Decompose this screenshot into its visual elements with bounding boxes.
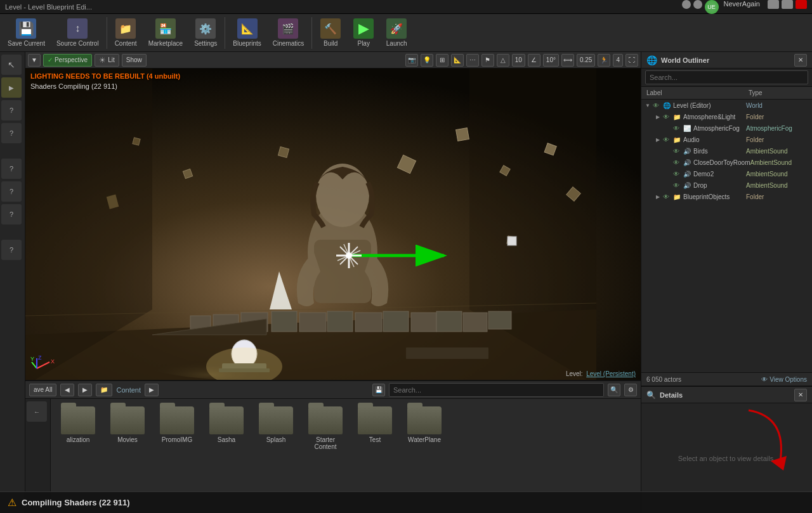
source-control-btn[interactable]: ↕ Source Control [51, 16, 104, 49]
minimize-btn[interactable] [682, 0, 691, 9]
content-nav-btn[interactable]: ← [27, 401, 47, 422]
sidebar-q3-btn[interactable]: ? [1, 159, 22, 179]
play-btn[interactable]: ▶ Play [348, 16, 379, 49]
svg-rect-22 [411, 313, 436, 332]
vp-scale-icon[interactable]: ⟺ [561, 54, 574, 67]
tree-eye-8[interactable]: 👁 [662, 192, 671, 201]
sidebar-q4-btn[interactable]: ? [1, 181, 22, 202]
tree-eye-2[interactable]: 👁 [672, 124, 681, 133]
viewport-container[interactable]: LIGHTING NEEDS TO BE REBUILT (4 unbuilt)… [25, 68, 641, 380]
vp-fullscreen-btn[interactable]: ⛶ [625, 54, 638, 67]
outliner-close-btn[interactable]: ✕ [794, 54, 807, 67]
tree-eye-5[interactable]: 👁 [672, 158, 681, 167]
vp-more-btn[interactable]: ⋯ [466, 54, 479, 67]
settings-btn[interactable]: ⚙️ Settings [189, 16, 222, 49]
vp-lit-icon-btn[interactable]: 💡 [421, 54, 433, 67]
maximize-btn[interactable] [693, 0, 702, 9]
content-back-btn[interactable]: ◀ [60, 384, 74, 396]
content-btn[interactable]: 📁 Content [110, 16, 142, 49]
perspective-btn[interactable]: ✓ Perspective [43, 54, 92, 67]
outliner-search-input[interactable] [645, 70, 808, 84]
tree-toggle-0[interactable]: ▼ [644, 101, 652, 109]
tree-item-4[interactable]: 👁 🔊 Birds AmbientSound [641, 145, 812, 157]
details-title: Details [660, 391, 794, 399]
col-label-header[interactable]: Label [644, 89, 746, 96]
sidebar-mode-btn[interactable]: ▶ [1, 77, 22, 98]
save-current-btn[interactable]: 💾 Save Current [3, 16, 50, 49]
tree-eye-1[interactable]: 👁 [662, 112, 671, 121]
tree-toggle-4[interactable] [664, 147, 672, 155]
sidebar-q2-btn[interactable]: ? [1, 123, 22, 143]
tree-toggle-5[interactable] [664, 159, 672, 166]
tree-item-3[interactable]: ▶ 👁 📁 Audio Folder [641, 134, 812, 145]
outliner-tree[interactable]: ▼ 👁 🌐 Level (Editor) World ▶ 👁 📁 Atmosph… [641, 100, 812, 372]
col-type-header[interactable]: Type [746, 89, 809, 96]
vp-surface-btn[interactable]: △ [497, 54, 509, 67]
launch-btn[interactable]: 🚀 Launch [381, 16, 412, 49]
sidebar-q1-btn[interactable]: ? [1, 100, 22, 120]
vp-grid-btn[interactable]: ⊞ [436, 54, 449, 67]
tree-toggle-6[interactable] [664, 170, 672, 178]
content-source-btn[interactable]: 📁 [96, 384, 112, 396]
settings-label: Settings [194, 40, 217, 47]
tree-toggle-7[interactable] [664, 181, 672, 189]
lit-btn[interactable]: ☀ Lit [95, 54, 119, 67]
vp-angle-icon[interactable]: ∠ [528, 54, 540, 67]
sidebar-select-btn[interactable]: ↖ [1, 55, 22, 75]
tree-type-7: AmbientSound [746, 182, 809, 189]
center-area: ▼ ✓ Perspective ☀ Lit Show 📷 💡 ⊞ 📐 ⋯ ⚑ △… [25, 52, 641, 513]
svg-point-46 [346, 252, 352, 259]
content-filter-btn[interactable]: 🔍 [608, 384, 620, 396]
content-search-input[interactable] [389, 383, 604, 397]
tree-eye-7[interactable]: 👁 [672, 181, 681, 190]
content-save-icon-btn[interactable]: 💾 [372, 384, 385, 396]
left-sidebar: ↖ ▶ ? ? ? ? ? ? [0, 52, 25, 513]
blueprints-btn[interactable]: 📐 Blueprints [228, 16, 266, 49]
vp-flag-btn[interactable]: ⚑ [481, 54, 494, 67]
tree-eye-6[interactable]: 👁 [672, 169, 681, 178]
status-warning-icon: ⚠ [8, 497, 16, 509]
tree-eye-4[interactable]: 👁 [672, 146, 681, 155]
folder-label-movies: Movies [117, 436, 138, 443]
tree-item-7[interactable]: 👁 🔊 Drop AmbientSound [641, 179, 812, 191]
build-btn[interactable]: 🔨 Build [315, 16, 346, 49]
tree-toggle-1[interactable]: ▶ [654, 113, 662, 120]
show-btn[interactable]: Show [122, 54, 147, 67]
blueprints-label: Blueprints [233, 40, 261, 47]
content-settings-btn[interactable]: ⚙ [624, 384, 637, 396]
win-min-btn[interactable] [768, 0, 779, 9]
cinematics-btn[interactable]: 🎬 Cinematics [268, 16, 309, 49]
marketplace-btn[interactable]: 🏪 Marketplace [143, 16, 188, 49]
folder-icon-promoimgs [160, 406, 194, 434]
view-options-btn[interactable]: 👁 View Options [761, 376, 807, 383]
vp-cam-speed-icon[interactable]: 🏃 [598, 54, 610, 67]
tree-item-0[interactable]: ▼ 👁 🌐 Level (Editor) World [641, 100, 812, 111]
tree-item-2[interactable]: 👁 🌫️ AtmosphericFog AtmosphericFog [641, 122, 812, 134]
perspective-label: Perspective [55, 56, 88, 63]
sidebar-q6-btn[interactable]: ? [1, 240, 22, 260]
vp-snap-btn[interactable]: 📐 [451, 54, 464, 67]
win-max-btn[interactable] [782, 0, 793, 9]
vp-grid-value: 10 [512, 54, 525, 67]
tree-item-8[interactable]: ▶ 👁 📁 BlueprintObjects Folder [641, 191, 812, 202]
sidebar-q5-btn[interactable]: ? [1, 204, 22, 224]
tree-type-1: Folder [746, 114, 809, 120]
tree-toggle-3[interactable]: ▶ [654, 136, 662, 143]
ue-icon-btn[interactable]: UE [705, 0, 719, 14]
tree-eye-0[interactable]: 👁 [652, 101, 660, 110]
viewport-inner: LIGHTING NEEDS TO BE REBUILT (4 unbuilt)… [25, 68, 641, 380]
tree-toggle-8[interactable]: ▶ [654, 193, 662, 200]
vp-maximize-btn[interactable]: ▼ [28, 54, 41, 67]
tree-item-5[interactable]: 👁 🔊 CloseDoorToyRoom AmbientSound [641, 157, 812, 168]
win-close-btn[interactable] [796, 0, 807, 9]
tree-toggle-2[interactable] [664, 124, 672, 132]
tree-eye-3[interactable]: 👁 [662, 135, 671, 144]
vp-cam-btn[interactable]: 📷 [405, 54, 418, 67]
details-close-btn[interactable]: ✕ [794, 389, 807, 401]
content-path-arrow[interactable]: ▶ [145, 384, 159, 396]
tree-label-7: Drop [693, 182, 746, 189]
tree-item-1[interactable]: ▶ 👁 📁 Atmosphere&Light Folder [641, 111, 812, 122]
tree-item-6[interactable]: 👁 🔊 Demo2 AmbientSound [641, 168, 812, 179]
content-forward-btn[interactable]: ▶ [78, 384, 92, 396]
save-all-btn[interactable]: ave All [29, 384, 56, 396]
